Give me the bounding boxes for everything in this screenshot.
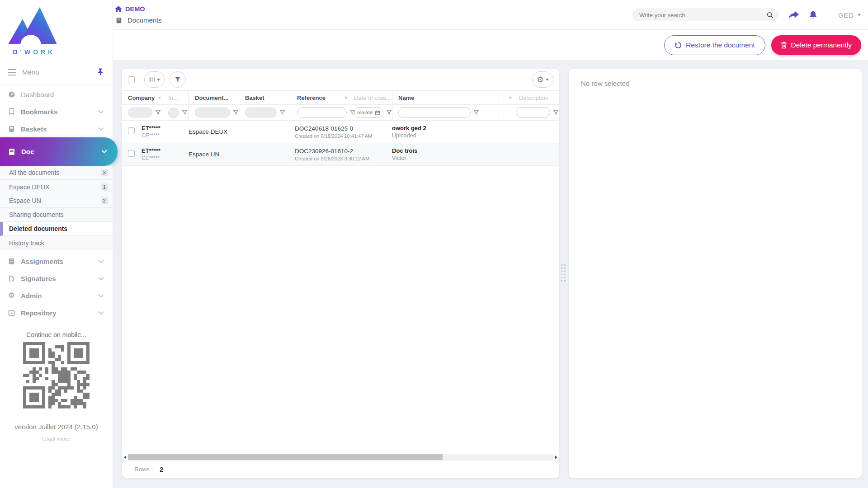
trash-icon <box>781 42 787 49</box>
sidebar-item-assignments[interactable]: Assignments <box>0 253 113 270</box>
column-header-company[interactable]: Company <box>128 91 164 104</box>
panel-resize-handle[interactable] <box>561 264 567 285</box>
reference-id: DOC230926-01610-2 <box>295 148 369 155</box>
gear-icon: ⚙ <box>8 292 15 299</box>
main-content: ⚙ Company In... Document... Basket Refer… <box>113 60 868 488</box>
funnel-icon[interactable] <box>155 110 161 115</box>
document-filter-select[interactable] <box>195 108 230 117</box>
sidebar-subitem-label: History track <box>9 239 44 247</box>
scroll-left-button[interactable] <box>122 454 128 460</box>
pin-sidebar-icon[interactable] <box>97 68 104 76</box>
book-icon <box>8 126 15 132</box>
row-checkbox[interactable] <box>128 127 135 134</box>
search-input[interactable] <box>639 12 767 19</box>
detail-panel: No row selected <box>569 69 862 478</box>
table-row[interactable]: ET***** CE***** Espace DEUX w DOC240618-… <box>122 121 559 143</box>
sidebar-item-bookmarks[interactable]: Bookmarks <box>0 103 113 120</box>
funnel-icon[interactable] <box>473 110 479 115</box>
delete-permanently-button[interactable]: Delete permanently <box>771 35 861 55</box>
expand-arrow-icon[interactable] <box>158 96 161 100</box>
scroll-left-icon <box>124 455 126 459</box>
filter-cell-in <box>164 105 189 120</box>
funnel-icon[interactable] <box>386 110 392 115</box>
select-all-checkbox[interactable] <box>128 76 135 83</box>
search-icon[interactable] <box>767 12 774 19</box>
sidebar-item-all-documents[interactable]: All the documents 3 <box>0 166 113 180</box>
breadcrumb-home[interactable]: DEMO <box>115 5 162 13</box>
row-checkbox[interactable] <box>128 150 135 157</box>
scroll-right-icon <box>555 455 557 459</box>
restore-icon <box>675 42 682 49</box>
scrollbar-track[interactable] <box>128 454 553 460</box>
scroll-right-button[interactable] <box>553 454 559 460</box>
column-header-date[interactable]: Date of crea... <box>350 91 392 104</box>
sidebar-item-admin[interactable]: ⚙ Admin <box>0 287 113 304</box>
date-filter-input[interactable]: mm/dd. <box>354 107 383 118</box>
calendar-icon[interactable] <box>375 110 380 115</box>
funnel-icon[interactable] <box>182 110 188 115</box>
breadcrumb-current-label: Documents <box>127 16 162 24</box>
sidebar-subitem-label: Sharing documents <box>9 211 64 218</box>
column-header-description[interactable]: Description <box>499 91 559 104</box>
funnel-icon[interactable] <box>233 110 239 115</box>
grid-settings-button[interactable]: ⚙ <box>532 71 553 88</box>
notifications-bell-icon[interactable] <box>809 11 817 19</box>
funnel-icon <box>175 77 181 83</box>
doc-submenu: All the documents 3 Espace DEUX 1 Espace… <box>0 166 113 250</box>
chevron-down-icon <box>99 277 104 280</box>
sidebar-item-signatures[interactable]: Signatures <box>0 270 113 287</box>
workspace-switcher[interactable]: GED <box>838 11 861 19</box>
filters-toggle-button[interactable] <box>170 71 186 88</box>
in-filter-select[interactable] <box>168 108 179 118</box>
basket-filter-select[interactable] <box>245 108 277 117</box>
filter-cell-document <box>189 105 239 120</box>
reference-id: DOC240618-01625-0 <box>295 125 372 132</box>
expand-arrow-icon[interactable] <box>345 96 348 100</box>
column-label: Reference <box>297 94 326 101</box>
column-header-name[interactable]: Name <box>392 91 499 104</box>
header-top-row: DEMO Documents GED <box>113 0 868 30</box>
sidebar-item-sharing-documents[interactable]: Sharing documents <box>0 208 113 222</box>
sidebar-item-repository[interactable]: Repository <box>0 304 113 321</box>
grid-empty-area <box>122 166 559 454</box>
column-header-in[interactable]: In... <box>164 91 189 104</box>
sidebar-item-doc-active[interactable]: Doc <box>0 137 118 166</box>
columns-visibility-button[interactable] <box>144 71 165 88</box>
sidebar-item-baskets[interactable]: Baskets <box>0 120 113 137</box>
chevron-down-icon <box>99 127 104 131</box>
chevron-down-icon <box>99 294 104 297</box>
sidebar-item-history-track[interactable]: History track <box>0 236 113 250</box>
column-header-reference[interactable]: Reference <box>291 91 350 104</box>
column-label: Basket <box>245 94 264 101</box>
reference-cell: w DOC240618-01625-0 Created on 6/18/2024… <box>291 125 350 139</box>
no-selection-message: No row selected <box>581 80 630 87</box>
table-row[interactable]: ET***** CE***** Espace UN DOC230926-0161… <box>122 143 559 166</box>
scrollbar-thumb[interactable] <box>128 454 443 460</box>
rows-count-value: 2 <box>160 466 163 473</box>
column-header-basket[interactable]: Basket <box>239 91 291 104</box>
name-filter-input[interactable] <box>398 107 471 118</box>
chevron-down-icon <box>102 150 107 153</box>
hamburger-menu-icon[interactable] <box>8 69 16 75</box>
legal-notice-link[interactable]: Legal notice <box>0 436 113 441</box>
reference-filter-input[interactable] <box>297 107 347 118</box>
sidebar-item-espace-un[interactable]: Espace UN 2 <box>0 194 113 208</box>
bookmark-icon <box>8 108 15 115</box>
column-label: In... <box>168 94 178 101</box>
funnel-icon[interactable] <box>279 110 285 115</box>
share-icon[interactable] <box>788 11 799 19</box>
description-filter-input[interactable] <box>516 107 550 118</box>
reference-cell: DOC230926-01610-2 Created on 9/26/2023 3… <box>291 148 350 161</box>
funnel-icon[interactable] <box>553 110 559 115</box>
sidebar-item-dashboard[interactable]: Dashboard <box>0 86 113 103</box>
company-subcode: CE***** <box>142 155 164 161</box>
sidebar-item-espace-deux[interactable]: Espace DEUX 1 <box>0 180 113 194</box>
column-header-document[interactable]: Document... <box>189 91 239 104</box>
sidebar-item-deleted-documents[interactable]: Deleted documents <box>0 222 113 236</box>
qr-code <box>23 342 90 408</box>
sidebar-subitem-label: Espace UN <box>9 197 41 204</box>
company-filter-select[interactable] <box>128 108 152 117</box>
page-actions: Restore the document Delete permanently <box>113 30 868 60</box>
restore-document-button[interactable]: Restore the document <box>664 35 765 55</box>
expand-arrow-icon[interactable] <box>509 96 512 100</box>
